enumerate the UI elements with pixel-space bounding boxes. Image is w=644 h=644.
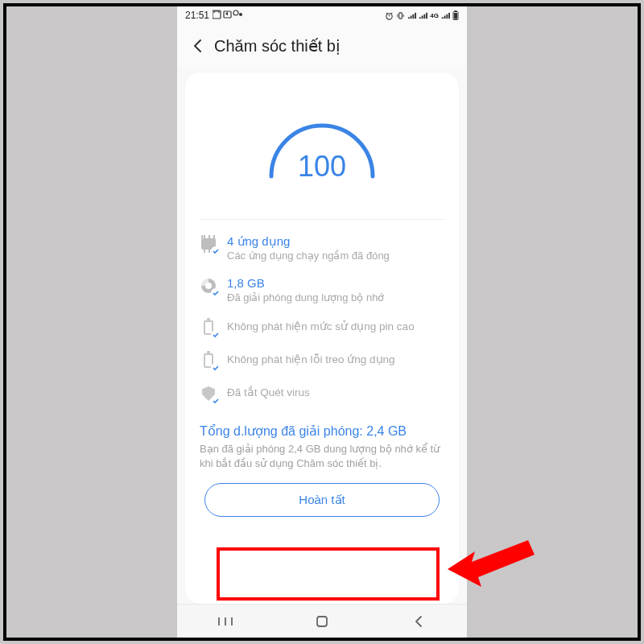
- score-value: 100: [254, 150, 390, 184]
- android-nav-bar: [177, 604, 467, 638]
- shield-icon: [200, 385, 217, 402]
- check-icon: [211, 363, 221, 373]
- svg-rect-25: [455, 10, 457, 12]
- back-icon: [412, 615, 425, 628]
- vibrate-icon: [396, 11, 405, 20]
- signal-icon-3: [441, 11, 450, 20]
- home-icon: [315, 614, 329, 629]
- svg-rect-15: [419, 17, 421, 19]
- battery-usage-icon: [200, 319, 217, 336]
- home-button[interactable]: [306, 610, 338, 633]
- network-type: 4G: [430, 12, 439, 19]
- back-button[interactable]: [184, 31, 213, 60]
- check-icon: [211, 288, 221, 298]
- done-button-label: Hoàn tất: [299, 493, 345, 507]
- score-gauge: 100: [200, 87, 444, 203]
- device-screen: 21:51 4G: [177, 6, 467, 638]
- summary-sub: Bạn đã giải phóng 2,4 GB dung lượng bộ n…: [200, 442, 444, 470]
- svg-point-2: [233, 10, 238, 15]
- battery-text: Không phát hiện mức sử dụng pin cao: [227, 318, 444, 336]
- svg-rect-19: [442, 17, 444, 19]
- svg-rect-16: [422, 15, 423, 19]
- battery-icon: [452, 10, 459, 20]
- check-icon: [211, 246, 221, 256]
- status-bar: 21:51 4G: [177, 6, 467, 24]
- svg-rect-8: [399, 12, 402, 18]
- status-notifs: [213, 10, 251, 22]
- svg-rect-22: [448, 12, 450, 18]
- apps-sub: Các ứng dụng chạy ngầm đã đóng: [227, 250, 444, 262]
- svg-rect-11: [408, 17, 410, 19]
- signal-icon: [407, 11, 416, 20]
- svg-rect-17: [424, 14, 426, 19]
- app-crash-icon: [200, 352, 217, 369]
- svg-rect-20: [444, 15, 446, 19]
- svg-rect-12: [411, 15, 412, 19]
- check-icon: [211, 396, 221, 406]
- title-bar: Chăm sóc thiết bị: [177, 24, 467, 68]
- storage-sub: Đã giải phóng dung lượng bộ nhớ: [227, 291, 444, 303]
- storage-icon: [200, 277, 217, 295]
- svg-rect-18: [426, 12, 427, 18]
- storage-title: 1,8 GB: [227, 276, 444, 291]
- svg-point-3: [239, 13, 242, 16]
- recents-button[interactable]: [209, 610, 242, 633]
- svg-rect-21: [446, 14, 448, 19]
- alarm-icon: [385, 11, 394, 20]
- result-item-battery: Không phát hiện mức sử dụng pin cao: [200, 318, 444, 336]
- recents-icon: [217, 616, 233, 627]
- svg-rect-29: [317, 617, 327, 626]
- result-item-crash: Không phát hiện lỗi treo ứng dụng: [200, 351, 444, 369]
- status-time: 21:51: [185, 10, 209, 21]
- svg-rect-13: [413, 14, 415, 19]
- chevron-left-icon: [190, 38, 206, 54]
- signal-icon-2: [419, 11, 427, 20]
- svg-rect-14: [415, 12, 416, 18]
- result-card: 100 4 ứng dụng Các ứng dụng chạy ngầm đã…: [185, 72, 459, 604]
- page-title: Chăm sóc thiết bị: [214, 36, 341, 56]
- chip-icon: [200, 235, 217, 253]
- check-icon: [211, 330, 221, 340]
- svg-line-7: [391, 12, 392, 13]
- nav-back-button[interactable]: [402, 610, 435, 633]
- crash-text: Không phát hiện lỗi treo ứng dụng: [227, 351, 444, 369]
- result-item-virus: Đã tắt Quét virus: [200, 384, 444, 402]
- svg-rect-24: [454, 13, 457, 19]
- virus-text: Đã tắt Quét virus: [227, 384, 444, 402]
- svg-line-6: [386, 12, 387, 13]
- summary-title: Tổng d.lượng đã giải phóng: 2,4 GB: [200, 423, 444, 439]
- result-item-storage: 1,8 GB Đã giải phóng dung lượng bộ nhớ: [200, 276, 444, 303]
- done-button[interactable]: Hoàn tất: [204, 483, 440, 517]
